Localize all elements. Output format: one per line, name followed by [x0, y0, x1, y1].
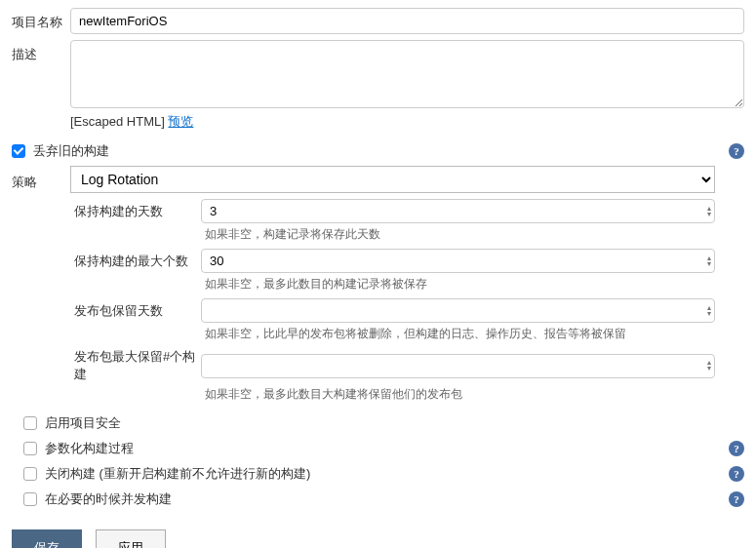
description-label: 描述: [12, 40, 70, 63]
description-underlinks: [Escaped HTML] 预览: [70, 113, 744, 131]
save-button[interactable]: 保存: [12, 529, 82, 548]
description-textarea[interactable]: [70, 40, 744, 108]
preview-link[interactable]: 预览: [168, 114, 193, 129]
days-label: 保持构建的天数: [74, 203, 201, 220]
discard-old-row: 丢弃旧的构建 ?: [12, 140, 744, 162]
days-hint: 如果非空，构建记录将保存此天数: [205, 226, 715, 243]
project-name-input[interactable]: [70, 8, 744, 34]
days-input[interactable]: [201, 199, 715, 223]
help-icon[interactable]: ?: [729, 441, 744, 456]
disable-checkbox[interactable]: [23, 467, 37, 481]
max-row: 保持构建的最大个数 ▴▾: [74, 249, 715, 273]
max-label: 保持构建的最大个数: [74, 253, 201, 270]
artifact-days-hint: 如果非空，比此早的发布包将被删除，但构建的日志、操作历史、报告等将被保留: [205, 326, 715, 342]
parametric-label: 参数化构建过程: [45, 440, 723, 457]
days-row: 保持构建的天数 ▴▾: [74, 199, 715, 223]
project-name-label: 项目名称: [12, 8, 70, 31]
artifact-max-hint: 如果非空，最多此数目大构建将保留他们的发布包: [205, 386, 715, 403]
footer-buttons: 保存 应用: [12, 529, 744, 548]
artifact-max-label: 发布包最大保留#个构建: [74, 348, 201, 383]
parametric-row: 参数化构建过程 ?: [12, 438, 744, 459]
artifact-days-row: 发布包保留天数 ▴▾: [74, 298, 715, 323]
concurrent-label: 在必要的时候并发构建: [45, 490, 723, 508]
escaped-html-label: [Escaped HTML]: [70, 114, 168, 129]
help-icon[interactable]: ?: [729, 491, 744, 507]
disable-row: 关闭构建 (重新开启构建前不允许进行新的构建) ?: [12, 463, 744, 485]
policy-label: 策略: [12, 168, 70, 191]
artifact-max-row: 发布包最大保留#个构建 ▴▾: [74, 348, 715, 383]
apply-button[interactable]: 应用: [96, 529, 166, 548]
discard-old-label: 丢弃旧的构建: [33, 142, 723, 160]
security-label: 启用项目安全: [45, 414, 744, 432]
security-row: 启用项目安全: [12, 412, 744, 434]
project-name-row: 项目名称: [12, 8, 744, 34]
max-input[interactable]: [201, 249, 715, 273]
artifact-max-input[interactable]: [201, 354, 715, 378]
artifact-days-input[interactable]: [201, 298, 715, 323]
policy-row: 策略 Log Rotation: [12, 166, 744, 193]
discard-old-checkbox[interactable]: [12, 144, 25, 158]
concurrent-checkbox[interactable]: [23, 492, 37, 506]
parametric-checkbox[interactable]: [23, 442, 37, 455]
max-hint: 如果非空，最多此数目的构建记录将被保存: [205, 276, 715, 293]
log-rotation-block: 保持构建的天数 ▴▾ 如果非空，构建记录将保存此天数 保持构建的最大个数 ▴▾ …: [74, 199, 744, 403]
disable-label: 关闭构建 (重新开启构建前不允许进行新的构建): [45, 465, 723, 483]
description-row: 描述 [Escaped HTML] 预览: [12, 40, 744, 138]
help-icon[interactable]: ?: [729, 466, 744, 482]
concurrent-row: 在必要的时候并发构建 ?: [12, 489, 744, 510]
artifact-days-label: 发布包保留天数: [74, 302, 201, 320]
security-checkbox[interactable]: [23, 416, 37, 430]
policy-select[interactable]: Log Rotation: [70, 166, 715, 193]
help-icon[interactable]: ?: [729, 143, 744, 159]
